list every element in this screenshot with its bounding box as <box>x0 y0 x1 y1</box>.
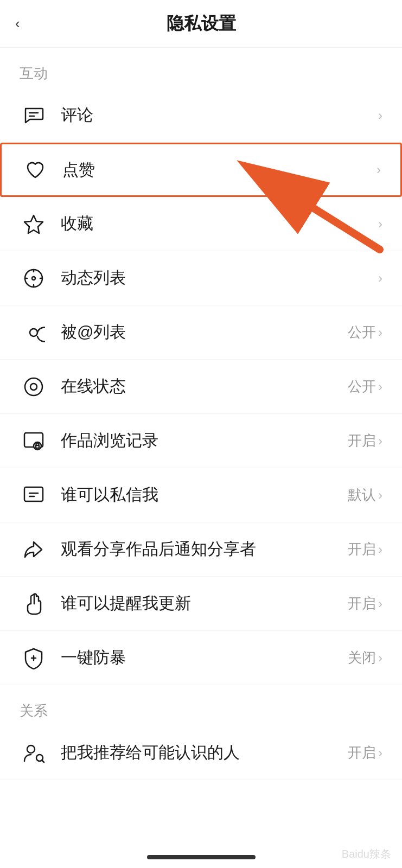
share-arrow-icon <box>20 535 48 564</box>
menu-item-activity[interactable]: 动态列表 › <box>0 251 402 305</box>
svg-point-13 <box>30 384 37 390</box>
page-title: 隐私设置 <box>167 12 236 36</box>
notify-sharer-label: 观看分享作品后通知分享者 <box>61 538 348 560</box>
svg-rect-17 <box>24 487 43 501</box>
at-list-right: 公开 › <box>348 323 382 342</box>
menu-item-dm[interactable]: 谁可以私信我 默认 › <box>0 468 402 522</box>
menu-item-recommend[interactable]: 把我推荐给可能认识的人 开启 › <box>0 726 402 780</box>
online-chevron: › <box>378 379 382 394</box>
section-label-interaction: 互动 <box>0 48 402 88</box>
at-list-status: 公开 <box>348 323 376 342</box>
message-square-icon <box>20 481 48 509</box>
online-status: 公开 <box>348 377 376 396</box>
browse-label: 作品浏览记录 <box>61 430 348 452</box>
compass-icon <box>20 264 48 292</box>
recommend-label: 把我推荐给可能认识的人 <box>61 742 348 764</box>
anti-spam-label: 一键防暴 <box>61 647 348 669</box>
likes-chevron: › <box>377 162 381 177</box>
menu-item-anti-spam[interactable]: 一键防暴 关闭 › <box>0 631 402 685</box>
favorites-chevron: › <box>378 216 382 232</box>
photo-lock-icon <box>20 427 48 455</box>
svg-point-22 <box>27 745 35 753</box>
online-right: 公开 › <box>348 377 382 396</box>
svg-point-6 <box>32 277 35 280</box>
hand-pointer-icon <box>20 590 48 618</box>
online-label: 在线状态 <box>61 375 348 398</box>
comments-chevron: › <box>378 108 382 123</box>
browse-chevron: › <box>378 433 382 449</box>
anti-spam-chevron: › <box>378 650 382 666</box>
dm-right: 默认 › <box>348 486 382 505</box>
browse-status: 开启 <box>348 431 376 450</box>
recommend-right: 开启 › <box>348 743 382 762</box>
svg-line-24 <box>42 760 44 762</box>
shield-plus-icon <box>20 644 48 672</box>
remind-right: 开启 › <box>348 594 382 613</box>
bottom-bar <box>147 855 256 859</box>
comments-label: 评论 <box>61 104 378 126</box>
menu-item-remind[interactable]: 谁可以提醒我更新 开启 › <box>0 577 402 631</box>
menu-item-likes[interactable]: 点赞 › <box>0 143 402 197</box>
menu-item-notify-sharer[interactable]: 观看分享作品后通知分享者 开启 › <box>0 522 402 577</box>
menu-item-online[interactable]: 在线状态 公开 › <box>0 360 402 414</box>
notify-sharer-right: 开启 › <box>348 540 382 559</box>
menu-item-comments[interactable]: 评论 › <box>0 88 402 143</box>
anti-spam-status: 关闭 <box>348 648 376 667</box>
notify-sharer-chevron: › <box>378 542 382 557</box>
at-icon <box>20 318 48 347</box>
dm-chevron: › <box>378 488 382 503</box>
notify-sharer-status: 开启 <box>348 540 376 559</box>
activity-label: 动态列表 <box>61 267 378 289</box>
svg-point-11 <box>30 329 37 336</box>
person-search-icon <box>20 739 48 767</box>
watermark: Baidu辣条 <box>342 847 391 861</box>
favorites-right: › <box>378 216 382 232</box>
online-icon <box>20 373 48 401</box>
back-button[interactable]: ‹ <box>15 15 20 32</box>
recommend-status: 开启 <box>348 743 376 762</box>
menu-item-favorites[interactable]: 收藏 › <box>0 197 402 251</box>
at-list-chevron: › <box>378 325 382 340</box>
dm-label: 谁可以私信我 <box>61 484 348 506</box>
activity-right: › <box>378 271 382 286</box>
comment-icon <box>20 101 48 130</box>
menu-item-browse[interactable]: 作品浏览记录 开启 › <box>0 414 402 468</box>
comments-right: › <box>378 108 382 123</box>
star-icon <box>20 210 48 238</box>
header: ‹ 隐私设置 <box>0 0 402 48</box>
remind-status: 开启 <box>348 594 376 613</box>
menu-item-at-list[interactable]: 被@列表 公开 › <box>0 305 402 360</box>
likes-label: 点赞 <box>62 159 377 181</box>
anti-spam-right: 关闭 › <box>348 648 382 667</box>
section-label-relationship: 关系 <box>0 685 402 726</box>
favorites-label: 收藏 <box>61 213 378 235</box>
heart-icon <box>21 156 49 184</box>
svg-marker-4 <box>24 215 43 233</box>
likes-right: › <box>377 162 381 177</box>
at-list-label: 被@列表 <box>61 321 348 343</box>
browse-right: 开启 › <box>348 431 382 450</box>
remind-label: 谁可以提醒我更新 <box>61 592 348 615</box>
activity-chevron: › <box>378 271 382 286</box>
svg-point-12 <box>25 378 42 395</box>
recommend-chevron: › <box>378 745 382 761</box>
remind-chevron: › <box>378 596 382 611</box>
dm-status: 默认 <box>348 486 376 505</box>
